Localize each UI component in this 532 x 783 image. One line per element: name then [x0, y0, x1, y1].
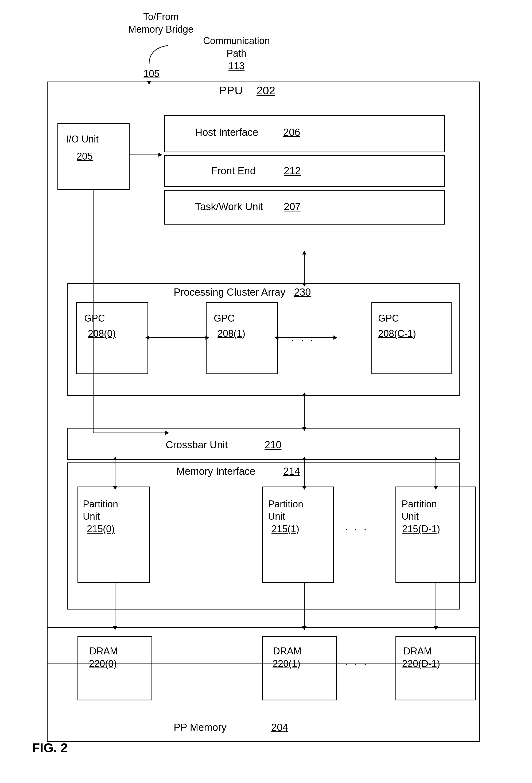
fig-label: FIG. 2	[32, 741, 68, 755]
dram0-ref: 220(0)	[89, 658, 117, 669]
host-interface-ref: 206	[283, 127, 300, 138]
task-work-ref: 207	[284, 201, 301, 213]
crossbar-to-pu0-arrow	[115, 460, 115, 487]
host-interface-label: Host Interface	[195, 127, 258, 138]
gpc1-label: GPC	[214, 313, 235, 324]
io-unit-ref: 205	[77, 151, 93, 162]
comm-path-label: Communication Path 113	[203, 35, 270, 72]
io-to-host-arrow	[130, 155, 159, 155]
puD-label2: Unit	[402, 511, 419, 522]
puD-ref: 215(D-1)	[402, 524, 440, 535]
dram0-label: DRAM	[90, 646, 118, 657]
pp-memory-ref: 204	[271, 722, 288, 733]
front-end-ref: 212	[284, 165, 301, 177]
front-end-label: Front End	[211, 165, 256, 177]
crossbar-to-pu1-arrow	[304, 460, 305, 487]
gpc1-ref: 208(1)	[218, 328, 245, 339]
crossbar-box	[67, 428, 460, 460]
pu0-ref: 215(0)	[87, 524, 114, 535]
pu1-label1: Partition	[268, 499, 303, 510]
dram1-ref: 220(1)	[272, 658, 300, 669]
puD-label1: Partition	[402, 499, 437, 510]
crossbar-ref: 210	[265, 439, 281, 451]
pu1-ref: 215(1)	[271, 524, 299, 535]
gpc01-arrow	[148, 337, 206, 338]
pu0-to-dram-arrow	[115, 583, 115, 627]
top-arrow	[149, 52, 149, 82]
memory-interface-ref: 214	[283, 466, 300, 477]
dramD-label: DRAM	[403, 646, 432, 657]
gpc-dots: · · ·	[291, 334, 315, 346]
dram1-label: DRAM	[273, 646, 301, 657]
pu1-label2: Unit	[268, 511, 285, 522]
gpcC-label: GPC	[378, 313, 399, 324]
dramD-ref: 220(D-1)	[402, 658, 440, 669]
pu1-to-dram-arrow	[304, 583, 305, 627]
pca-ref: 230	[294, 287, 311, 298]
front-end-box	[164, 155, 445, 187]
gpc0-label: GPC	[84, 313, 105, 324]
gpcC-ref: 208(C-1)	[378, 328, 416, 339]
dram-dots: · · ·	[345, 658, 368, 670]
ppu-ref: 202	[257, 84, 275, 97]
to-from-memory-bridge-label: To/From Memory Bridge	[128, 11, 194, 36]
task-to-pca-arrow	[304, 254, 305, 283]
pca-to-crossbar-arrow	[304, 396, 305, 428]
memory-interface-label: Memory Interface	[176, 466, 256, 477]
io-unit-box	[58, 123, 130, 190]
puD-to-dram-arrow	[436, 583, 436, 627]
ppu-label: PPU	[219, 84, 243, 97]
task-work-label: Task/Work Unit	[195, 201, 263, 213]
gpc1-gpcC-arrow	[278, 337, 334, 338]
diagram: To/From Memory Bridge 105 Communication …	[0, 0, 532, 783]
pu-dots: · · ·	[345, 523, 368, 535]
comm-path-line	[115, 37, 182, 69]
gpc0-ref: 208(0)	[88, 328, 116, 339]
crossbar-to-puD-arrow	[436, 460, 436, 487]
io-unit-label: I/O Unit	[66, 134, 99, 145]
pp-memory-label: PP Memory	[174, 722, 227, 733]
pu0-label1: Partition	[83, 499, 118, 510]
crossbar-label: Crossbar Unit	[166, 439, 228, 451]
ref-105: 105	[143, 68, 160, 80]
pca-label: Processing Cluster Array	[174, 287, 286, 298]
pu0-label2: Unit	[83, 511, 100, 522]
